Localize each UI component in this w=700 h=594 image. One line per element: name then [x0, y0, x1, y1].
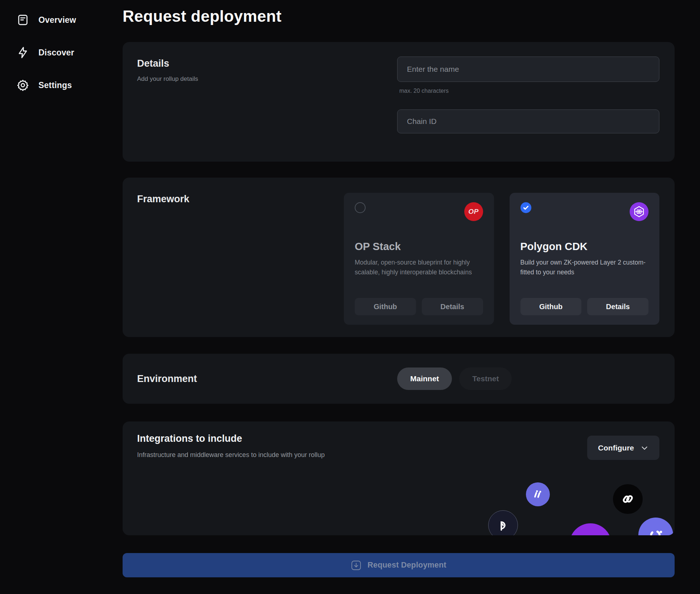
configure-button[interactable]: Configure	[587, 436, 659, 460]
environment-title: Environment	[137, 373, 197, 385]
download-icon	[351, 560, 362, 571]
request-deployment-label: Request Deployment	[367, 561, 446, 570]
op-stack-details-button[interactable]: Details	[422, 298, 483, 315]
details-subtitle: Add your rollup details	[137, 75, 198, 83]
op-stack-github-button[interactable]: Github	[355, 298, 416, 315]
sidebar-item-label: Overview	[38, 15, 76, 25]
environment-toggle: Mainnet Testnet	[397, 367, 512, 390]
integration-logo-chain-link-icon	[613, 484, 643, 514]
integrations-subtitle: Infrastructure and middleware services t…	[137, 451, 325, 459]
integration-logo-p-spiral-icon	[488, 510, 518, 535]
sidebar-item-settings[interactable]: Settings	[17, 79, 76, 91]
details-title: Details	[137, 58, 169, 69]
lightning-icon	[17, 46, 29, 59]
framework-option-name: Polygon CDK	[520, 241, 649, 253]
chain-id-input[interactable]	[397, 109, 659, 133]
details-form: max. 20 characters	[397, 57, 659, 133]
sidebar-item-label: Discover	[38, 48, 74, 58]
sidebar: Overview Discover Settings	[17, 14, 76, 91]
framework-options: OP OP Stack Modular, open-source bluepri…	[344, 193, 659, 325]
main-content: Request deployment Details Add your roll…	[123, 0, 675, 577]
environment-card: Environment Mainnet Testnet	[123, 354, 675, 404]
document-icon	[17, 14, 29, 26]
rollup-name-input[interactable]	[397, 57, 659, 82]
framework-option-description: Modular, open-source blueprint for highl…	[355, 258, 483, 277]
framework-option-description: Build your own ZK-powered Layer 2 custom…	[520, 258, 649, 277]
framework-title: Framework	[137, 194, 189, 205]
sidebar-item-discover[interactable]: Discover	[17, 46, 76, 59]
request-deployment-button[interactable]: Request Deployment	[123, 553, 675, 577]
environment-testnet-button[interactable]: Testnet	[459, 367, 512, 390]
integrations-title: Integrations to include	[137, 433, 242, 444]
configure-button-label: Configure	[598, 444, 634, 452]
checkmark-icon	[523, 205, 529, 211]
polygon-cdk-details-button[interactable]: Details	[587, 298, 648, 315]
framework-option-name: OP Stack	[355, 241, 483, 253]
integrations-card: Integrations to include Infrastructure a…	[123, 421, 675, 535]
framework-card: Framework OP OP Stack Modular, open-sour…	[123, 178, 675, 337]
polygon-cdk-github-button[interactable]: Github	[520, 298, 582, 315]
page-title: Request deployment	[123, 7, 675, 25]
name-max-length-hint: max. 20 characters	[399, 88, 659, 94]
integration-logo-dome-icon	[569, 523, 612, 535]
details-card: Details Add your rollup details max. 20 …	[123, 42, 675, 162]
sidebar-item-label: Settings	[38, 80, 72, 90]
framework-option-op-stack[interactable]: OP OP Stack Modular, open-source bluepri…	[344, 193, 494, 325]
op-stack-radio-unchecked[interactable]	[355, 202, 366, 213]
framework-option-polygon-cdk[interactable]: Polygon CDK Build your own ZK-powered La…	[510, 193, 660, 325]
integration-logo-ring-icon	[638, 518, 673, 535]
gear-icon	[17, 79, 29, 91]
op-stack-logo-icon: OP	[464, 202, 483, 221]
integration-logo-slashes-icon	[526, 482, 550, 506]
polygon-cdk-logo-icon	[630, 202, 648, 221]
chevron-down-icon	[641, 444, 648, 452]
polygon-cdk-checkbox-checked[interactable]	[520, 202, 531, 213]
sidebar-item-overview[interactable]: Overview	[17, 14, 76, 26]
environment-mainnet-button[interactable]: Mainnet	[397, 367, 452, 390]
